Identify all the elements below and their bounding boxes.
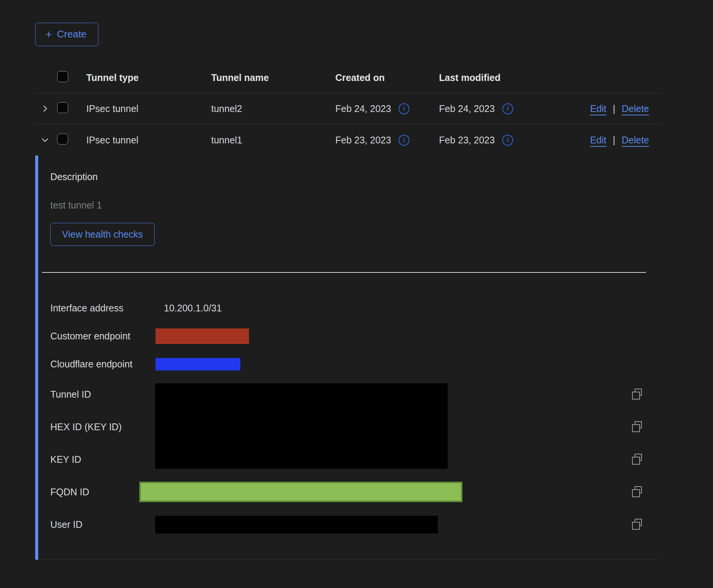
copy-icon[interactable] <box>631 389 643 400</box>
delete-link[interactable]: Delete <box>622 135 649 146</box>
user-id-row: User ID <box>50 508 660 541</box>
create-button-label: Create <box>57 28 87 40</box>
copy-icon[interactable] <box>631 486 643 498</box>
tunnel-name-cell: tunnel1 <box>211 135 335 146</box>
tunnel-type-cell: IPsec tunnel <box>86 135 211 146</box>
info-icon[interactable]: i <box>399 135 409 146</box>
tunnel-id-row: Tunnel ID <box>50 378 660 411</box>
create-button[interactable]: + Create <box>35 23 98 46</box>
header-tunnel-type: Tunnel type <box>86 72 211 83</box>
customer-endpoint-redacted-value <box>156 328 249 344</box>
copy-icon[interactable] <box>631 519 643 530</box>
info-icon[interactable]: i <box>502 135 513 146</box>
user-id-label: User ID <box>50 519 155 530</box>
expand-row-button[interactable] <box>39 103 51 115</box>
id-fields-group: Tunnel ID HEX ID (KEY ID) KEY ID <box>50 378 660 476</box>
tunnel-id-label: Tunnel ID <box>50 389 155 400</box>
description-label: Description <box>50 171 660 182</box>
cloudflare-endpoint-redacted-value <box>156 358 240 370</box>
row-checkbox[interactable] <box>57 134 68 145</box>
chevron-down-icon <box>40 135 50 145</box>
interface-address-value: 10.200.1.0/31 <box>164 303 222 314</box>
hex-id-label: HEX ID (KEY ID) <box>50 422 155 432</box>
tunnel-detail-fields: Interface address 10.200.1.0/31 Customer… <box>50 294 660 541</box>
info-icon[interactable]: i <box>502 103 513 114</box>
interface-address-row: Interface address 10.200.1.0/31 <box>50 294 660 322</box>
copy-icon[interactable] <box>631 421 643 432</box>
last-modified-cell: Feb 24, 2023 <box>439 103 495 114</box>
description-value: test tunnel 1 <box>50 200 660 211</box>
tunnels-page: + Create Tunnel type Tunnel name Created… <box>0 0 713 588</box>
header-created-on: Created on <box>335 72 439 83</box>
table-header-row: Tunnel type Tunnel name Created on Last … <box>35 62 660 93</box>
interface-address-label: Interface address <box>50 303 155 314</box>
key-id-label: KEY ID <box>50 454 155 465</box>
user-id-redacted-value <box>155 516 438 534</box>
header-tunnel-name: Tunnel name <box>211 72 335 83</box>
tunnel-name-cell: tunnel2 <box>211 103 335 114</box>
view-health-checks-button[interactable]: View health checks <box>50 223 155 246</box>
info-icon[interactable]: i <box>399 103 409 114</box>
edit-link[interactable]: Edit <box>590 103 606 114</box>
fqdn-id-row: FQDN ID <box>50 476 660 508</box>
select-all-checkbox[interactable] <box>57 71 68 82</box>
tunnel-detail-panel: Description test tunnel 1 View health ch… <box>35 156 660 560</box>
actions-separator: | <box>613 135 615 146</box>
collapse-row-button[interactable] <box>39 134 51 146</box>
customer-endpoint-row: Customer endpoint <box>50 322 660 350</box>
created-on-cell: Feb 24, 2023 <box>335 103 391 114</box>
tunnel-type-cell: IPsec tunnel <box>86 103 211 114</box>
copy-icon[interactable] <box>631 454 643 465</box>
table-bottom-divider <box>35 560 660 560</box>
fqdn-id-redacted-value <box>139 482 462 502</box>
last-modified-cell: Feb 23, 2023 <box>439 135 495 146</box>
plus-icon: + <box>45 29 52 40</box>
actions-separator: | <box>613 103 615 114</box>
edit-link[interactable]: Edit <box>590 135 606 146</box>
row-checkbox[interactable] <box>57 102 68 113</box>
cloudflare-endpoint-row: Cloudflare endpoint <box>50 350 660 378</box>
cloudflare-endpoint-label: Cloudflare endpoint <box>50 359 155 370</box>
created-on-cell: Feb 23, 2023 <box>335 135 391 146</box>
header-last-modified: Last modified <box>439 72 543 83</box>
delete-link[interactable]: Delete <box>622 103 649 114</box>
tunnels-table: Tunnel type Tunnel name Created on Last … <box>35 62 660 560</box>
panel-divider <box>42 272 646 273</box>
table-row: IPsec tunnel tunnel1 Feb 23, 2023 i Feb … <box>35 124 660 156</box>
hex-id-row: HEX ID (KEY ID) <box>50 411 660 443</box>
key-id-row: KEY ID <box>50 443 660 476</box>
customer-endpoint-label: Customer endpoint <box>50 331 155 342</box>
table-row: IPsec tunnel tunnel2 Feb 24, 2023 i Feb … <box>35 93 660 124</box>
chevron-right-icon <box>40 104 50 113</box>
